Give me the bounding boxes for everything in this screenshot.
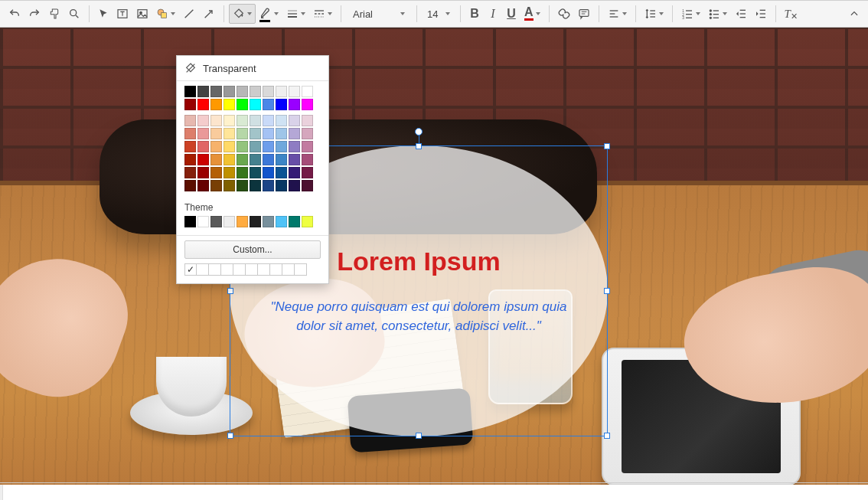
color-swatch[interactable] <box>302 180 313 191</box>
color-swatch[interactable] <box>197 154 209 165</box>
insert-arrow-button[interactable] <box>199 4 219 24</box>
border-weight-button[interactable] <box>282 4 309 24</box>
color-swatch[interactable] <box>197 141 209 152</box>
color-swatch[interactable] <box>250 216 261 227</box>
insert-shape-button[interactable] <box>152 4 179 24</box>
color-swatch[interactable] <box>302 216 313 227</box>
color-swatch[interactable] <box>184 216 196 227</box>
decrease-indent-button[interactable] <box>731 4 751 24</box>
increase-indent-button[interactable] <box>751 4 771 24</box>
color-swatch[interactable] <box>197 86 209 97</box>
color-swatch[interactable] <box>263 86 274 97</box>
color-swatch[interactable] <box>237 86 248 97</box>
color-swatch[interactable] <box>224 180 235 191</box>
color-swatch[interactable] <box>184 99 196 110</box>
color-swatch[interactable] <box>276 99 287 110</box>
color-swatch[interactable] <box>210 216 222 227</box>
color-swatch[interactable] <box>210 128 222 139</box>
fill-color-button[interactable] <box>229 4 256 24</box>
insert-line-button[interactable] <box>179 4 199 24</box>
color-swatch[interactable] <box>276 141 287 152</box>
insert-comment-button[interactable] <box>574 4 594 24</box>
color-swatch[interactable] <box>197 99 209 110</box>
color-swatch[interactable] <box>237 180 248 191</box>
select-tool-button[interactable] <box>94 4 113 24</box>
color-swatch[interactable] <box>289 180 300 191</box>
color-swatch[interactable] <box>184 167 196 178</box>
redo-button[interactable] <box>24 4 44 24</box>
color-swatch[interactable] <box>302 141 313 152</box>
font-size-select[interactable]: 14 <box>422 4 455 24</box>
color-swatch[interactable] <box>197 128 209 139</box>
color-swatch[interactable] <box>237 99 248 110</box>
color-swatch[interactable] <box>210 154 222 165</box>
color-swatch[interactable] <box>250 128 261 139</box>
numbered-list-button[interactable]: 123 <box>677 4 704 24</box>
color-swatch[interactable] <box>289 216 300 227</box>
color-swatch[interactable] <box>184 141 196 152</box>
color-swatch[interactable] <box>184 154 196 165</box>
color-swatch[interactable] <box>289 86 300 97</box>
recent-color-slot[interactable] <box>197 263 209 276</box>
recent-color-slot[interactable] <box>258 263 270 276</box>
color-swatch[interactable] <box>276 216 287 227</box>
color-swatch[interactable] <box>250 180 261 191</box>
color-swatch[interactable] <box>210 115 222 126</box>
undo-button[interactable] <box>5 4 24 24</box>
slide-canvas[interactable]: Lorem Ipsum "Neque porro quisquam est qu… <box>0 28 868 485</box>
color-swatch[interactable] <box>210 180 222 191</box>
color-swatch[interactable] <box>224 86 235 97</box>
color-swatch[interactable] <box>302 99 313 110</box>
italic-button[interactable]: I <box>484 4 502 24</box>
clear-formatting-button[interactable]: T✕ <box>781 4 801 24</box>
color-swatch[interactable] <box>224 216 235 227</box>
color-swatch[interactable] <box>263 128 274 139</box>
align-button[interactable] <box>604 4 631 24</box>
color-swatch[interactable] <box>276 86 287 97</box>
line-spacing-button[interactable] <box>641 4 667 24</box>
color-swatch[interactable] <box>250 141 261 152</box>
color-swatch[interactable] <box>250 167 261 178</box>
shape-title-text[interactable]: Lorem Ipsum <box>337 247 500 276</box>
color-swatch[interactable] <box>237 115 248 126</box>
color-swatch[interactable] <box>289 154 300 165</box>
color-swatch[interactable] <box>250 86 261 97</box>
color-swatch[interactable] <box>197 180 209 191</box>
color-swatch[interactable] <box>184 115 196 126</box>
color-swatch[interactable] <box>302 154 313 165</box>
transparent-option[interactable]: Transparent <box>177 56 328 80</box>
zoom-button[interactable] <box>64 4 84 24</box>
color-swatch[interactable] <box>289 141 300 152</box>
recent-color-slot[interactable] <box>221 263 233 276</box>
color-swatch[interactable] <box>302 128 313 139</box>
color-swatch[interactable] <box>210 167 222 178</box>
color-swatch[interactable] <box>302 167 313 178</box>
color-swatch[interactable] <box>276 128 287 139</box>
color-swatch[interactable] <box>197 115 209 126</box>
recent-color-slot[interactable] <box>282 263 295 276</box>
color-swatch[interactable] <box>237 154 248 165</box>
color-swatch[interactable] <box>302 86 313 97</box>
color-swatch[interactable] <box>237 216 248 227</box>
bold-button[interactable]: B <box>465 4 484 24</box>
insert-link-button[interactable] <box>554 4 574 24</box>
color-swatch[interactable] <box>197 216 209 227</box>
color-swatch[interactable] <box>276 115 287 126</box>
color-swatch[interactable] <box>224 99 235 110</box>
insert-image-button[interactable] <box>132 4 152 24</box>
color-swatch[interactable] <box>250 154 261 165</box>
color-swatch[interactable] <box>289 99 300 110</box>
underline-button[interactable]: U <box>502 4 520 24</box>
color-swatch[interactable] <box>263 216 274 227</box>
color-swatch[interactable] <box>302 115 313 126</box>
paint-format-button[interactable] <box>44 4 64 24</box>
color-swatch[interactable] <box>276 180 287 191</box>
border-dash-button[interactable] <box>309 4 336 24</box>
color-swatch[interactable] <box>184 86 196 97</box>
color-swatch[interactable] <box>224 154 235 165</box>
recent-color-checked[interactable]: ✓ <box>184 263 197 276</box>
border-color-button[interactable] <box>256 4 282 24</box>
color-swatch[interactable] <box>263 154 274 165</box>
color-swatch[interactable] <box>289 115 300 126</box>
color-swatch[interactable] <box>250 99 261 110</box>
